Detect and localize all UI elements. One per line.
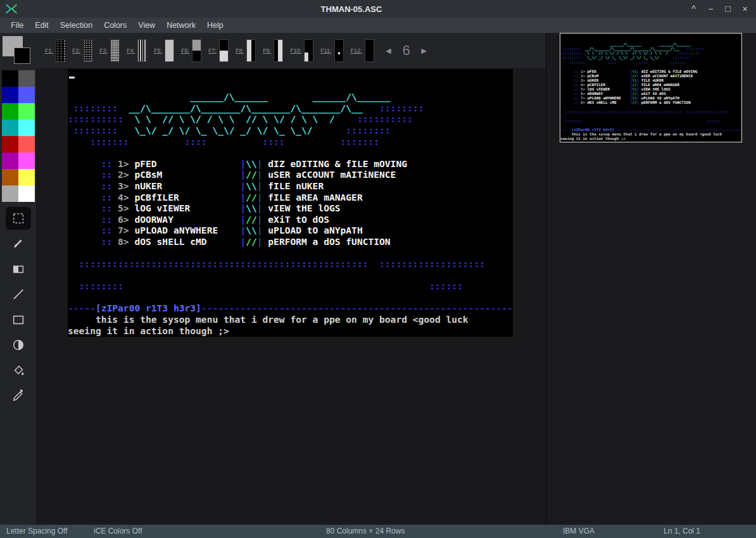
menu-file[interactable]: File [5, 19, 29, 32]
maximize-button[interactable]: □ [719, 0, 736, 18]
tool-shading-brush[interactable] [6, 258, 31, 280]
center-column: F1:F2:F3:F4:F5:F6:F7:F8:F9:F10:F11:F12: … [36, 33, 546, 525]
menu-edit[interactable]: Edit [29, 19, 54, 32]
fkey-label: F1: [45, 47, 53, 54]
menu-selection[interactable]: Selection [54, 19, 98, 32]
menu-colors[interactable]: Colors [98, 19, 132, 32]
letter-spacing-toggle[interactable]: Letter Spacing Off [6, 525, 68, 538]
fkey-label: F5: [154, 47, 162, 54]
palette-color-12[interactable] [18, 136, 35, 153]
sidebar [0, 33, 36, 525]
fkey-glyph-swatch [192, 39, 201, 62]
palette-color-5[interactable] [2, 153, 18, 169]
close-button[interactable]: × [736, 0, 753, 18]
fkey-f12[interactable]: F12: [351, 39, 374, 62]
fkey-f1[interactable]: F1: [45, 39, 65, 62]
editor-area: ______/\______ ______/\______ :::::::: _… [36, 69, 546, 525]
statusbar: Letter Spacing Off iCE Colors Off 80 Col… [0, 525, 756, 538]
palette-color-2[interactable] [2, 103, 18, 120]
palette-color-15[interactable] [18, 185, 35, 202]
fkey-label: F8: [236, 47, 244, 54]
fkey-glyph-swatch [246, 39, 256, 62]
fkey-glyph-swatch [110, 39, 120, 62]
fkey-toolbar: F1:F2:F3:F4:F5:F6:F7:F8:F9:F10:F11:F12: … [36, 33, 546, 69]
palette-color-10[interactable] [18, 103, 35, 120]
font-name[interactable]: IBM VGA [563, 525, 595, 538]
preview-minimap[interactable]: ______/\______ ______/\______ :::::::: _… [560, 33, 742, 142]
fkey-glyph-swatch [365, 39, 374, 62]
palette-color-7[interactable] [2, 185, 18, 202]
minimize-button[interactable]: − [702, 0, 719, 18]
fkey-glyph-swatch [56, 39, 65, 62]
titlebar: THMAN-05.ASC ^−□× [0, 0, 756, 18]
fkey-buttons: F1:F2:F3:F4:F5:F6:F7:F8:F9:F10:F11:F12: [45, 39, 374, 62]
tool-select[interactable] [6, 207, 31, 230]
palette-color-9[interactable] [18, 87, 35, 103]
fkey-f3[interactable]: F3: [99, 39, 120, 62]
tool-list [6, 207, 31, 407]
main-area: F1:F2:F3:F4:F5:F6:F7:F8:F9:F10:F11:F12: … [0, 33, 756, 525]
ansi-canvas[interactable]: ______/\______ ______/\______ :::::::: _… [68, 69, 513, 337]
tool-line[interactable] [6, 283, 31, 306]
fkey-glyph-swatch [219, 39, 229, 62]
tool-rectangle[interactable] [6, 308, 31, 331]
background-color-swatch[interactable] [14, 47, 30, 64]
tool-fill[interactable] [6, 359, 31, 382]
window-title: THMAN-05.ASC [18, 4, 685, 14]
fkey-label: F2: [72, 47, 80, 54]
current-colors-chip[interactable] [3, 36, 33, 69]
tool-brush[interactable] [6, 232, 31, 255]
menu-view[interactable]: View [132, 19, 161, 32]
palette-color-1[interactable] [2, 87, 18, 103]
palette-color-6[interactable] [2, 169, 18, 185]
fkey-f4[interactable]: F4: [127, 39, 147, 62]
fkey-f2[interactable]: F2: [72, 39, 92, 62]
canvas-dimensions: 80 Columns × 24 Rows [326, 525, 405, 538]
fkey-f5[interactable]: F5: [154, 39, 174, 62]
window-controls: ^−□× [685, 0, 753, 18]
menu-help[interactable]: Help [201, 19, 229, 32]
prev-charset-button[interactable]: ◄ [384, 46, 393, 56]
text-cursor [69, 77, 75, 78]
fkey-f8[interactable]: F8: [236, 39, 256, 62]
fkey-f6[interactable]: F6: [181, 39, 201, 62]
color-palette [2, 70, 35, 202]
fkey-glyph-swatch [137, 39, 147, 62]
palette-color-8[interactable] [18, 70, 35, 87]
tool-ellipse[interactable] [6, 334, 31, 356]
charset-page-number: 6 [402, 42, 410, 59]
fkey-f10[interactable]: F10: [290, 39, 313, 62]
palette-color-3[interactable] [2, 120, 18, 136]
fkey-label: F10: [290, 47, 301, 54]
next-charset-button[interactable]: ► [420, 46, 429, 56]
palette-color-14[interactable] [18, 169, 35, 185]
fkey-glyph-swatch [334, 39, 344, 62]
palette-color-0[interactable] [2, 70, 18, 87]
fkey-glyph-swatch [165, 39, 174, 62]
fkey-label: F9: [263, 47, 271, 54]
fkey-f7[interactable]: F7: [208, 39, 229, 62]
fkey-label: F3: [99, 47, 108, 54]
shade-button[interactable]: ^ [685, 0, 702, 18]
menubar: FileEditSelectionColorsViewNetworkHelp [0, 18, 756, 33]
menu-network[interactable]: Network [161, 19, 201, 32]
fkey-f11[interactable]: F11: [320, 39, 343, 62]
fkey-label: F6: [181, 47, 189, 54]
fkey-f9[interactable]: F9: [263, 39, 283, 62]
fkey-label: F7: [208, 47, 217, 54]
right-panel: ______/\______ ______/\______ :::::::: _… [546, 33, 756, 525]
ansi-art: ______/\______ ______/\______ :::::::: _… [68, 69, 513, 336]
fkey-glyph-swatch [274, 39, 283, 62]
fkey-glyph-swatch [83, 39, 92, 62]
palette-color-11[interactable] [18, 120, 35, 136]
palette-color-13[interactable] [18, 153, 35, 169]
fkey-label: F12: [351, 47, 362, 54]
cursor-position: Ln 1, Col 1 [664, 525, 700, 538]
app-window: THMAN-05.ASC ^−□× FileEditSelectionColor… [0, 0, 756, 538]
ice-colors-toggle[interactable]: iCE Colors Off [94, 525, 142, 538]
palette-color-4[interactable] [2, 136, 18, 153]
charset-nav: ◄ 6 ► [384, 42, 429, 59]
tool-sample[interactable] [6, 384, 31, 407]
fkey-label: F4: [127, 47, 135, 54]
fkey-label: F11: [320, 47, 331, 54]
